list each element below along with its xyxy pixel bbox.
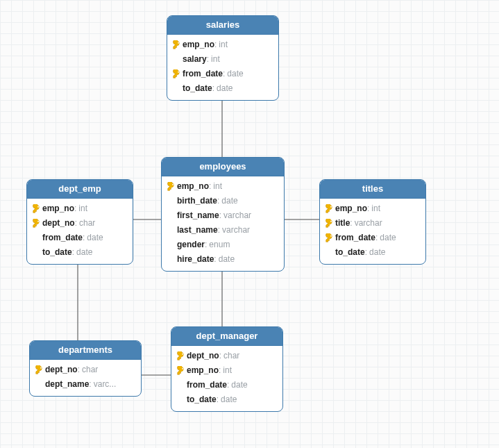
column-type: varchar [222, 224, 250, 236]
entity-title: dept_emp [27, 180, 133, 199]
column-row[interactable]: emp_no: int [27, 201, 133, 216]
column-row[interactable]: dept_no: char [171, 349, 282, 363]
svg-point-8 [182, 353, 183, 354]
column-row[interactable]: gender: enum [162, 238, 284, 252]
column-name: to_date [183, 83, 212, 94]
column-colon: : [83, 232, 85, 244]
column-row[interactable]: from_date: date [167, 67, 278, 81]
column-name: emp_no [187, 365, 219, 376]
column-type: date [76, 247, 92, 258]
column-row[interactable]: hire_date: date [162, 252, 284, 267]
key-icon [176, 366, 186, 376]
column-colon: : [367, 203, 369, 215]
column-name: emp_no [42, 203, 74, 215]
column-colon: : [218, 224, 220, 236]
entity-dept_emp[interactable]: dept_empemp_no: intdept_no: charfrom_dat… [26, 179, 133, 265]
column-type: varchar [223, 210, 251, 222]
svg-point-10 [40, 367, 42, 368]
column-name: dept_name [45, 379, 89, 390]
entity-title: salaries [167, 16, 278, 35]
entity-salaries[interactable]: salariesemp_no: intsalary: intfrom_date:… [167, 15, 279, 101]
column-name: dept_no [45, 364, 78, 376]
entity-title: titles [320, 180, 425, 199]
column-type: date [380, 232, 396, 244]
column-row[interactable]: last_name: varchar [162, 223, 284, 238]
column-colon: : [207, 53, 209, 65]
svg-point-1 [178, 71, 179, 72]
column-row[interactable]: from_date: date [27, 231, 133, 245]
column-name: to_date [335, 247, 365, 258]
column-type: date [221, 195, 237, 207]
key-icon [32, 204, 42, 214]
column-type: int [213, 181, 222, 192]
entity-title: departments [30, 341, 141, 360]
column-name: first_name [177, 210, 219, 222]
column-colon: : [217, 195, 219, 207]
column-row[interactable]: title: varchar [320, 216, 425, 231]
svg-point-2 [172, 183, 174, 185]
column-colon: : [227, 379, 229, 391]
key-icon [32, 219, 42, 229]
column-type: varc... [94, 379, 117, 390]
column-type: int [223, 365, 232, 376]
entity-columns: emp_no: intbirth_date: datefirst_name: v… [162, 176, 284, 271]
column-name: hire_date [177, 254, 214, 265]
primary-key-icon [324, 219, 335, 229]
column-colon: : [209, 181, 211, 192]
column-row[interactable]: dept_no: char [30, 363, 141, 377]
primary-key-icon [31, 219, 42, 229]
entity-titles[interactable]: titlesemp_no: inttitle: varcharfrom_date… [319, 179, 426, 265]
column-row[interactable]: to_date: date [320, 245, 425, 260]
svg-point-6 [330, 220, 332, 222]
column-type: int [219, 39, 228, 51]
column-colon: : [214, 39, 217, 51]
column-colon: : [219, 350, 221, 362]
column-colon: : [365, 247, 367, 258]
column-name: to_date [42, 247, 72, 258]
key-icon [35, 365, 44, 375]
column-row[interactable]: to_date: date [27, 245, 133, 260]
primary-key-icon [324, 233, 335, 243]
column-type: int [78, 203, 87, 215]
primary-key-icon [31, 204, 42, 214]
column-row[interactable]: emp_no: int [171, 363, 282, 378]
primary-key-icon [166, 182, 177, 192]
entity-dept_manager[interactable]: dept_managerdept_no: charemp_no: intfrom… [171, 326, 283, 412]
entity-title: dept_manager [171, 327, 282, 346]
column-row[interactable]: from_date: date [171, 378, 282, 392]
key-icon [325, 219, 335, 229]
column-type: date [219, 254, 235, 265]
column-row[interactable]: to_date: date [171, 392, 282, 407]
key-icon [325, 233, 335, 243]
entity-columns: dept_no: charemp_no: intfrom_date: datet… [171, 346, 282, 411]
column-colon: : [214, 254, 216, 265]
primary-key-icon [171, 40, 183, 50]
column-type: enum [209, 239, 230, 251]
column-row[interactable]: emp_no: int [320, 201, 425, 216]
primary-key-icon [324, 204, 335, 214]
column-name: from_date [183, 68, 223, 80]
entity-departments[interactable]: departmentsdept_no: chardept_name: varc.… [29, 340, 142, 397]
column-type: varchar [355, 217, 382, 229]
column-row[interactable]: emp_no: int [167, 38, 278, 52]
column-row[interactable]: salary: int [167, 52, 278, 67]
column-row[interactable]: from_date: date [320, 231, 425, 245]
column-row[interactable]: emp_no: int [162, 179, 284, 194]
entity-columns: dept_no: chardept_name: varc... [30, 360, 141, 396]
column-row[interactable]: dept_no: char [27, 216, 133, 231]
primary-key-icon [176, 366, 187, 376]
column-row[interactable]: first_name: varchar [162, 208, 284, 223]
column-type: char [223, 350, 239, 362]
column-colon: : [89, 379, 91, 390]
column-row[interactable]: dept_name: varc... [30, 377, 141, 392]
entity-columns: emp_no: intsalary: intfrom_date: dateto_… [167, 35, 278, 100]
column-row[interactable]: to_date: date [167, 81, 278, 96]
svg-point-3 [37, 206, 39, 207]
column-type: int [371, 203, 380, 215]
column-row[interactable]: birth_date: date [162, 194, 284, 208]
entity-employees[interactable]: employeesemp_no: intbirth_date: datefirs… [161, 157, 285, 272]
column-name: title [335, 217, 350, 229]
column-colon: : [72, 247, 74, 258]
svg-point-0 [178, 42, 179, 43]
entity-columns: emp_no: intdept_no: charfrom_date: datet… [27, 199, 133, 264]
